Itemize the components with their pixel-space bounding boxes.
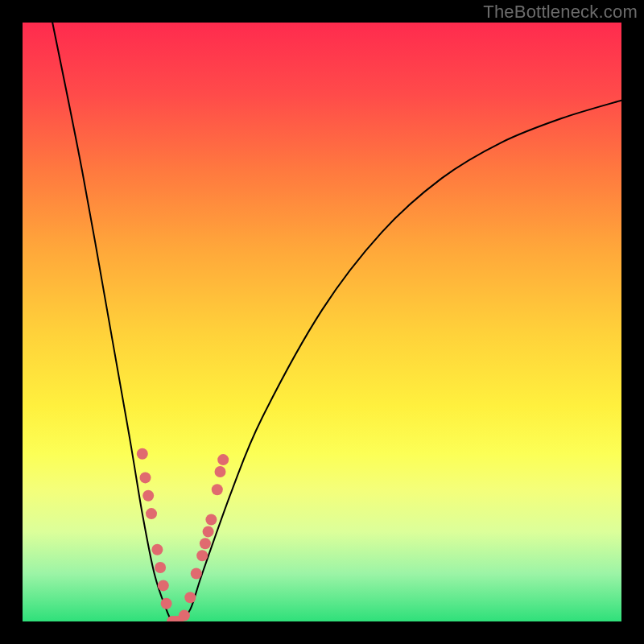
- curve-marker: [200, 538, 211, 549]
- curve-marker: [158, 580, 169, 591]
- watermark-text: TheBottleneck.com: [483, 2, 638, 23]
- curve-marker: [212, 484, 223, 495]
- curve-marker: [137, 448, 148, 460]
- curve-marker: [155, 562, 166, 573]
- gradient-plot-area: [23, 23, 621, 621]
- curve-marker: [151, 544, 163, 555]
- curve-marker: [142, 490, 154, 502]
- curve-marker: [205, 514, 217, 526]
- curve-marker: [217, 454, 229, 465]
- bottleneck-curve: [52, 23, 621, 621]
- curve-marker: [146, 508, 157, 519]
- curve-marker: [161, 598, 172, 609]
- curve-marker: [215, 466, 226, 477]
- curve-marker: [203, 526, 214, 537]
- curve-marker: [191, 568, 202, 580]
- outer-frame: TheBottleneck.com: [0, 0, 644, 644]
- curve-marker: [140, 472, 151, 483]
- curve-layer: [23, 23, 621, 621]
- curve-marker: [184, 592, 196, 603]
- curve-marker: [179, 610, 190, 621]
- curve-marker: [196, 550, 208, 561]
